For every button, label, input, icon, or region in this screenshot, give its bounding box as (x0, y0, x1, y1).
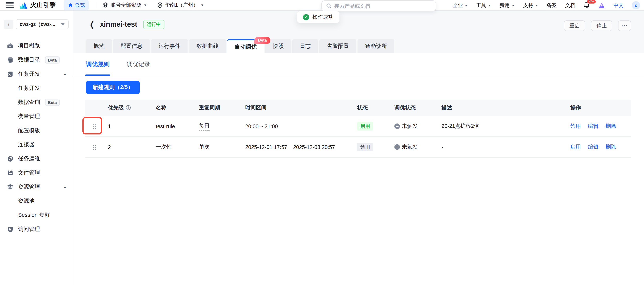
sidebar-item-label: 数据目录 (18, 56, 40, 63)
sidebar-item-project-overview[interactable]: 项目概览 (0, 39, 72, 53)
nav-overview-button[interactable]: 总览 (64, 0, 89, 10)
column-header-period: 重复周期 (194, 104, 240, 111)
page-title-row: ❮ xinmei-test 运行中 (89, 20, 164, 29)
subtab-label: 调优规则 (86, 61, 110, 68)
nav-link-docs[interactable]: 文档 (565, 2, 575, 9)
sidebar-item-label: 资源池 (18, 198, 34, 205)
rules-table: 优先级 ⓘ 名称 重复周期 时间区间 状态 调优状态 描述 操作 1 test-… (85, 100, 631, 158)
tab-label: 日志 (300, 43, 311, 50)
enable-link[interactable]: 启用 (570, 143, 581, 151)
tune-status-cell: 未触发 (390, 123, 437, 130)
sidebar-item-task-ops[interactable]: 任务运维 (0, 152, 72, 166)
notifications-button[interactable]: 99+ (584, 1, 590, 9)
nav-link-icp[interactable]: 备案 (547, 2, 557, 9)
language-switch[interactable]: 中文 (614, 2, 624, 9)
subtab-tuning-records[interactable]: 调优记录 (127, 53, 150, 76)
period-cell: 单次 (194, 143, 240, 151)
column-header-name: 名称 (151, 104, 194, 111)
account-resources-dropdown[interactable]: 账号全部资源 ▼ (102, 1, 147, 9)
chevron-down-icon: ▼ (200, 3, 204, 7)
active-underline (85, 74, 110, 76)
success-toast: ✓ 操作成功 (297, 11, 340, 23)
project-selector[interactable]: cwz-gz（cwz-... (16, 19, 69, 29)
more-actions-button[interactable]: ··· (618, 20, 631, 31)
restart-button[interactable]: 重启 (564, 20, 585, 31)
sidebar-item-data-catalog[interactable]: 数据目录 Beta (0, 53, 72, 67)
user-avatar[interactable]: c (632, 1, 640, 9)
subtab-tuning-rules[interactable]: 调优规则 (86, 53, 110, 76)
tab-run-events[interactable]: 运行事件 (151, 39, 188, 53)
location-pin-icon (157, 2, 162, 8)
new-rule-button[interactable]: 新建规则（2/5） (86, 81, 140, 94)
disable-link[interactable]: 禁用 (570, 123, 581, 130)
sidebar-item-access-management[interactable]: 访问管理 (0, 222, 72, 236)
hamburger-menu-icon[interactable] (6, 2, 14, 8)
status-cell: 禁用 (352, 143, 390, 151)
triangle-down-icon (61, 23, 65, 25)
tab-auto-tuning[interactable]: 自动调优 Beta (227, 39, 264, 53)
tab-logs[interactable]: 日志 (292, 39, 318, 53)
ai-assistant-icon[interactable] (598, 2, 605, 8)
stop-button[interactable]: 停止 (591, 20, 612, 31)
sidebar-collapse-button[interactable]: ‹ (4, 20, 13, 29)
sidebar-item-variable-management[interactable]: 变量管理 (0, 109, 72, 123)
nav-divider (96, 2, 96, 8)
actions-cell: 禁用 编辑 删除 (566, 123, 631, 130)
sidebar-item-task-development[interactable]: 任务开发 (0, 81, 72, 95)
sidebar-item-config-template[interactable]: 配置模版 (0, 123, 72, 138)
sidebar-item-label: Session 集群 (18, 212, 50, 219)
chevron-down-icon: ▼ (488, 4, 491, 7)
name-cell: test-rule (151, 123, 194, 129)
tab-label: 告警配置 (327, 43, 349, 50)
project-selector-label: cwz-gz（cwz-... (20, 21, 55, 28)
shield-wrench-icon (7, 155, 13, 162)
floppy-disk-icon (7, 170, 13, 176)
sidebar-group-label: 资源管理 (18, 184, 40, 191)
account-resources-label: 账号全部资源 (111, 1, 141, 9)
sidebar-group-resource-management[interactable]: 资源管理 ▲ (0, 180, 72, 194)
edit-link[interactable]: 编辑 (588, 123, 598, 130)
tab-label: 智能诊断 (365, 43, 387, 50)
tab-overview[interactable]: 概览 (86, 39, 112, 53)
column-header-status: 状态 (352, 104, 390, 111)
not-triggered-icon (394, 123, 400, 129)
brand-logo[interactable]: 火山引擎 (19, 1, 56, 9)
nav-link-label: 备案 (547, 2, 557, 9)
sidebar-menu: 项目概览 数据目录 Beta 任务开发 ▲ 任务开发 数据查询 (0, 39, 72, 236)
region-dropdown[interactable]: 华南1（广州） ▼ (157, 1, 204, 9)
subtab-label: 调优记录 (127, 61, 150, 68)
nav-menu-tools[interactable]: 工具 ▼ (476, 2, 491, 9)
tab-config-info[interactable]: 配置信息 (113, 39, 150, 53)
edit-link[interactable]: 编辑 (588, 143, 598, 151)
tab-label: 配置信息 (120, 43, 142, 50)
tab-label: 概览 (94, 43, 104, 50)
nav-menu-support[interactable]: 支持 ▼ (523, 2, 538, 9)
sidebar-item-data-query[interactable]: 数据查询 Beta (0, 95, 72, 109)
nav-menu-enterprise[interactable]: 企业 ▼ (453, 2, 468, 9)
tab-smart-diagnosis[interactable]: 智能诊断 (358, 39, 394, 53)
nav-menu-billing[interactable]: 费用 ▼ (500, 2, 515, 9)
sidebar-item-connector[interactable]: 连接器 (0, 138, 72, 152)
tab-label: 运行事件 (158, 43, 180, 50)
tab-alert-config[interactable]: 告警配置 (320, 39, 356, 53)
delete-link[interactable]: 删除 (606, 123, 616, 130)
drag-handle-icon[interactable] (92, 123, 96, 129)
global-search[interactable] (322, 0, 436, 11)
time-range-cell: 2025-12-01 17:57 ~ 2025-12-03 20:57 (240, 144, 352, 150)
sidebar-item-file-management[interactable]: 文件管理 (0, 166, 72, 180)
sidebar-item-resource-pool[interactable]: 资源池 (0, 194, 72, 208)
sidebar-group-task-development[interactable]: 任务开发 ▲ (0, 67, 72, 81)
table-row: 2 一次性 单次 2025-12-01 17:57 ~ 2025-12-03 2… (85, 137, 631, 158)
database-icon (7, 57, 13, 63)
drag-handle-icon[interactable] (92, 144, 96, 150)
search-input[interactable] (334, 3, 431, 9)
actions-cell: 启用 编辑 删除 (566, 143, 631, 151)
main-content: ❮ xinmei-test 运行中 重启 停止 ··· 概览 配置信息 运行事件… (73, 10, 644, 285)
info-icon[interactable]: ⓘ (126, 104, 131, 111)
back-icon[interactable]: ❮ (90, 20, 94, 28)
period-tooltip-text[interactable]: 每日 (199, 122, 210, 130)
drag-cell (85, 144, 103, 150)
tab-data-curves[interactable]: 数据曲线 (189, 39, 226, 53)
sidebar-item-session-cluster[interactable]: Session 集群 (0, 208, 72, 222)
delete-link[interactable]: 删除 (606, 143, 616, 151)
